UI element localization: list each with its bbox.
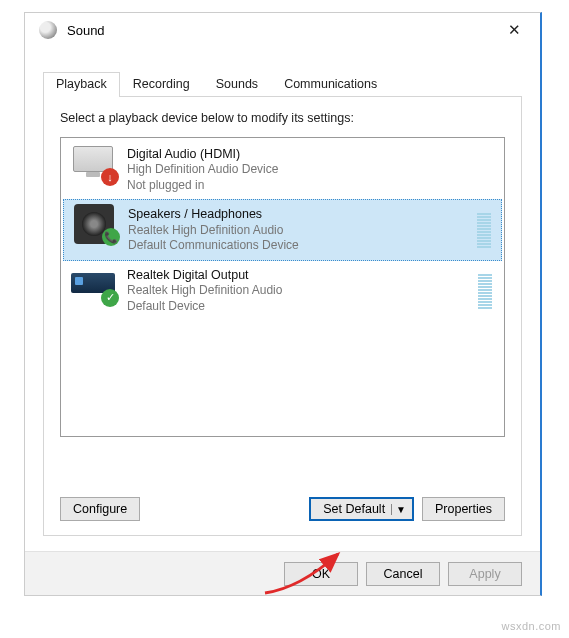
level-meter bbox=[477, 206, 491, 248]
set-default-label: Set Default bbox=[323, 502, 385, 516]
tab-playback[interactable]: Playback bbox=[43, 72, 120, 97]
device-status: Not plugged in bbox=[127, 178, 496, 194]
device-desc: Realtek High Definition Audio bbox=[128, 223, 471, 239]
device-name: Realtek Digital Output bbox=[127, 267, 472, 283]
ok-button[interactable]: OK bbox=[284, 562, 358, 586]
default-badge-icon: ✓ bbox=[101, 289, 119, 307]
sound-icon bbox=[39, 21, 57, 39]
properties-button[interactable]: Properties bbox=[422, 497, 505, 521]
titlebar: Sound ✕ bbox=[25, 13, 540, 47]
watermark: wsxdn.com bbox=[501, 620, 561, 632]
apply-button[interactable]: Apply bbox=[448, 562, 522, 586]
comm-default-badge-icon: 📞 bbox=[102, 228, 120, 246]
level-meter bbox=[478, 267, 492, 309]
speaker-icon: 📞 bbox=[70, 204, 118, 244]
device-desc: High Definition Audio Device bbox=[127, 162, 496, 178]
unplugged-badge-icon: ↓ bbox=[101, 168, 119, 186]
device-row-digital-output[interactable]: ✓ Realtek Digital Output Realtek High De… bbox=[63, 261, 502, 320]
tab-sounds[interactable]: Sounds bbox=[203, 72, 271, 97]
tab-panel-playback: Select a playback device below to modify… bbox=[43, 96, 522, 536]
sound-dialog: Sound ✕ Playback Recording Sounds Commun… bbox=[24, 12, 542, 596]
tab-communications[interactable]: Communications bbox=[271, 72, 390, 97]
device-status: Default Device bbox=[127, 299, 472, 315]
window-title: Sound bbox=[67, 23, 494, 38]
receiver-icon: ✓ bbox=[69, 265, 117, 305]
panel-button-row: Configure Set Default ▼ Properties bbox=[60, 497, 505, 521]
device-desc: Realtek High Definition Audio bbox=[127, 283, 472, 299]
device-row-speakers[interactable]: 📞 Speakers / Headphones Realtek High Def… bbox=[63, 199, 502, 260]
monitor-icon: ↓ bbox=[69, 144, 117, 184]
tabstrip: Playback Recording Sounds Communications bbox=[43, 71, 522, 96]
instruction-text: Select a playback device below to modify… bbox=[60, 111, 505, 125]
device-name: Digital Audio (HDMI) bbox=[127, 146, 496, 162]
set-default-button[interactable]: Set Default ▼ bbox=[309, 497, 414, 521]
close-button[interactable]: ✕ bbox=[494, 15, 534, 45]
device-row-hdmi[interactable]: ↓ Digital Audio (HDMI) High Definition A… bbox=[63, 140, 502, 199]
device-list[interactable]: ↓ Digital Audio (HDMI) High Definition A… bbox=[60, 137, 505, 437]
device-name: Speakers / Headphones bbox=[128, 206, 471, 222]
configure-button[interactable]: Configure bbox=[60, 497, 140, 521]
dialog-buttons: OK Cancel Apply bbox=[25, 551, 540, 595]
chevron-down-icon[interactable]: ▼ bbox=[391, 504, 410, 515]
cancel-button[interactable]: Cancel bbox=[366, 562, 440, 586]
tab-recording[interactable]: Recording bbox=[120, 72, 203, 97]
device-status: Default Communications Device bbox=[128, 238, 471, 254]
